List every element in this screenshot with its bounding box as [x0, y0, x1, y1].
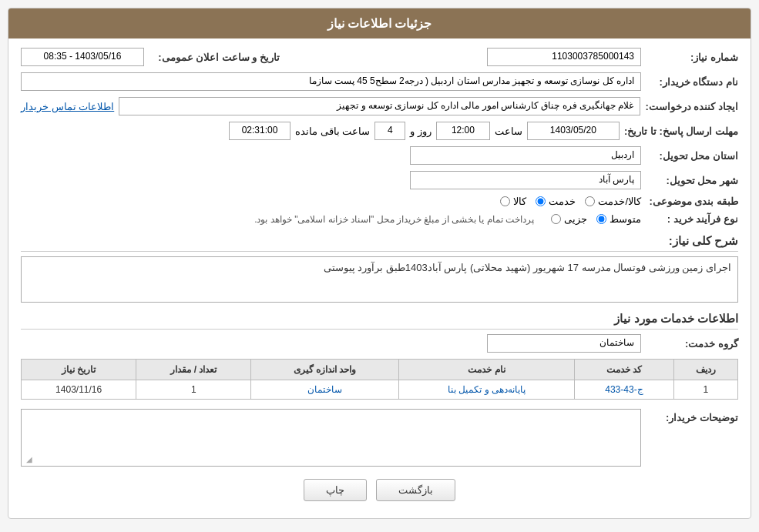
service-table-body: 1 ج-43-433 پایانه‌دهی و تکمیل بنا ساختما…: [22, 380, 738, 400]
purchase-type-radio-group: جزیی متوسط: [551, 213, 641, 225]
buyer-notes-label: توضیحات خریدار:: [646, 409, 738, 423]
purchase-type-label: نوع فرآیند خرید :: [646, 213, 738, 225]
category-radio-kala[interactable]: [500, 196, 510, 206]
buyer-notes-row: توضیحات خریدار: ◢: [21, 409, 738, 467]
col-header-date-needed: تاریخ نیاز: [22, 360, 136, 380]
bottom-buttons: بازگشت چاپ: [21, 479, 738, 509]
category-label-kala: کالا: [513, 196, 526, 207]
creator-label: ایجاد کننده درخواست:: [645, 101, 738, 112]
delivery-province-value: اردبیل: [410, 146, 641, 165]
deadline-row: مهلت ارسال پاسخ: تا تاریخ: 1403/05/20 سا…: [21, 122, 738, 140]
category-label: طبقه بندی موضوعی:: [646, 196, 738, 207]
category-label-khedmat: خدمت: [549, 196, 576, 207]
announce-datetime-value: 1403/05/16 - 08:35: [21, 48, 144, 66]
need-description-row: اجرای زمین ورزشی فوتسال مدرسه 17 شهریور …: [21, 256, 738, 303]
service-group-value: ساختمان: [487, 334, 641, 353]
page-wrapper: جزئیات اطلاعات نیاز شماره نیاز: 11030037…: [0, 0, 759, 532]
delivery-city-row: شهر محل تحویل: پارس آباد: [21, 171, 738, 189]
purchase-type-note: پرداخت تمام یا بخشی از مبلغ خریداز محل "…: [254, 214, 534, 225]
announce-datetime-label: تاریخ و ساعت اعلان عمومی:: [149, 52, 280, 63]
creator-value: غلام جهانگیری فره چناق کارشناس امور مالی…: [119, 97, 640, 115]
category-row: طبقه بندی موضوعی: کالا خدمت کالا/خدمت: [21, 196, 738, 207]
creator-row: ایجاد کننده درخواست: غلام جهانگیری فره چ…: [21, 97, 738, 115]
delivery-province-label: استان محل تحویل:: [646, 150, 738, 162]
category-radio-group: کالا خدمت کالا/خدمت: [500, 196, 641, 207]
buyer-org-row: نام دستگاه خریدار: اداره کل نوسازی توسعه…: [21, 72, 738, 91]
cell-unit: ساختمان: [251, 380, 398, 400]
purchase-type-label-jozi: جزیی: [564, 213, 587, 225]
resize-handle-icon: ◢: [23, 455, 32, 464]
need-number-label: شماره نیاز:: [646, 52, 738, 63]
deadline-date: 1403/05/20: [527, 122, 620, 140]
deadline-label: مهلت ارسال پاسخ: تا تاریخ:: [624, 125, 738, 137]
cell-service-name: پایانه‌دهی و تکمیل بنا: [398, 380, 575, 400]
cell-row-num: 1: [673, 380, 737, 400]
category-option-khedmat: خدمت: [536, 196, 576, 207]
service-table-head: ردیف کد خدمت نام خدمت واحد اندازه گیری ت…: [22, 360, 738, 380]
purchase-type-row: نوع فرآیند خرید : جزیی متوسط پرداخت تمام…: [21, 213, 738, 225]
col-header-service-code: کد خدمت: [575, 360, 674, 380]
category-radio-khedmat[interactable]: [536, 196, 546, 206]
category-option-kala: کالا: [500, 196, 526, 207]
delivery-city-value: پارس آباد: [410, 171, 641, 189]
table-row: 1 ج-43-433 پایانه‌دهی و تکمیل بنا ساختما…: [22, 380, 738, 400]
back-button[interactable]: بازگشت: [376, 479, 455, 501]
need-number-value: 1103003785000143: [487, 48, 641, 66]
category-radio-kala-khedmat[interactable]: [585, 196, 595, 206]
col-header-unit: واحد اندازه گیری: [251, 360, 398, 380]
services-section-title: اطلاعات خدمات مورد نیاز: [21, 312, 738, 330]
service-group-row: گروه خدمت: ساختمان: [21, 334, 738, 353]
card-body: شماره نیاز: 1103003785000143 تاریخ و ساع…: [8, 38, 751, 518]
need-description-textarea[interactable]: اجرای زمین ورزشی فوتسال مدرسه 17 شهریور …: [21, 256, 738, 303]
cell-quantity: 1: [136, 380, 251, 400]
deadline-days: 4: [374, 122, 405, 140]
need-description-label: شرح کلی نیاز:: [669, 234, 738, 247]
buyer-notes-box: ◢: [21, 409, 641, 467]
need-description-section-title: شرح کلی نیاز:: [21, 234, 738, 252]
category-option-kala-khedmat: کالا/خدمت: [585, 196, 641, 207]
card-header: جزئیات اطلاعات نیاز: [8, 8, 751, 38]
purchase-type-label-motevasset: متوسط: [610, 213, 641, 225]
col-header-row-num: ردیف: [673, 360, 737, 380]
deadline-time: 12:00: [436, 122, 490, 140]
category-label-kala-khedmat: کالا/خدمت: [598, 196, 641, 207]
page-title: جزئیات اطلاعات نیاز: [327, 17, 432, 30]
purchase-type-option-jozi: جزیی: [551, 213, 587, 225]
service-table-header-row: ردیف کد خدمت نام خدمت واحد اندازه گیری ت…: [22, 360, 738, 380]
delivery-province-row: استان محل تحویل: اردبیل: [21, 146, 738, 165]
deadline-time-label: ساعت: [495, 125, 522, 137]
deadline-remaining: 02:31:00: [229, 122, 291, 140]
cell-date-needed: 1403/11/16: [22, 380, 136, 400]
purchase-type-option-motevasset: متوسط: [596, 213, 641, 225]
delivery-city-label: شهر محل تحویل:: [646, 175, 738, 186]
main-card: جزئیات اطلاعات نیاز شماره نیاز: 11030037…: [8, 8, 751, 519]
buyer-org-value: اداره کل نوسازی توسعه و تجهیز مدارس استا…: [21, 72, 641, 91]
cell-service-code: ج-43-433: [575, 380, 674, 400]
purchase-type-radio-jozi[interactable]: [551, 214, 561, 224]
buyer-notes-textarea[interactable]: [22, 410, 640, 463]
col-header-quantity: تعداد / مقدار: [136, 360, 251, 380]
col-header-service-name: نام خدمت: [398, 360, 575, 380]
buyer-org-label: نام دستگاه خریدار:: [646, 76, 738, 88]
deadline-remaining-label: ساعت باقی مانده: [295, 125, 370, 137]
print-button[interactable]: چاپ: [304, 479, 367, 501]
deadline-days-label: روز و: [410, 125, 432, 137]
purchase-type-radio-motevasset[interactable]: [596, 214, 606, 224]
need-number-row: شماره نیاز: 1103003785000143 تاریخ و ساع…: [21, 48, 738, 66]
service-table: ردیف کد خدمت نام خدمت واحد اندازه گیری ت…: [21, 359, 738, 400]
contact-link[interactable]: اطلاعات تماس خریدار: [21, 101, 114, 112]
service-group-label: گروه خدمت:: [646, 338, 738, 350]
